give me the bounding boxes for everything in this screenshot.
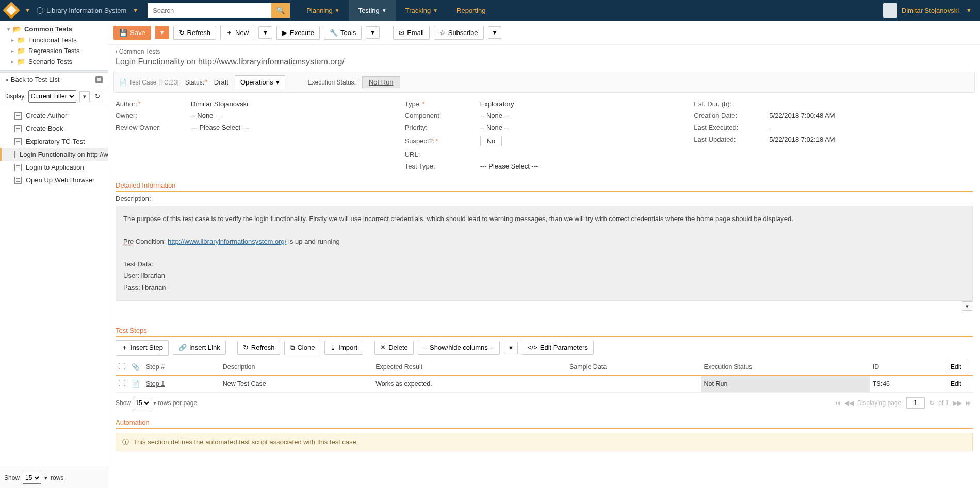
edit-header-button[interactable]: Edit [945,362,967,372]
insert-step-button[interactable]: ＋Insert Step [116,340,169,356]
operations-dropdown[interactable]: Operations ▾ [235,75,285,89]
prop-value[interactable]: Exploratory [480,100,684,108]
testcase-item[interactable]: Open Up Web Browser [0,174,108,187]
delete-button[interactable]: ✕Delete [374,341,414,355]
display-filter-select[interactable]: Current Filter [28,90,76,103]
rows-select[interactable]: 15 [23,472,41,484]
execute-button[interactable]: ▶Execute [276,26,320,40]
col-header[interactable] [116,359,128,376]
precondition-link[interactable]: http://www.libraryinformationsystem.org/ [168,238,286,245]
tools-dropdown[interactable]: ▼ [366,26,380,39]
edit-row-button[interactable]: Edit [945,379,967,389]
import-button[interactable]: ⤓Import [324,341,363,355]
star-icon: ☆ [439,29,446,37]
col-header[interactable]: Step # [143,359,220,376]
prop-value[interactable]: - [769,124,973,131]
clone-button[interactable]: ⧉Clone [284,341,320,355]
search-input[interactable] [148,3,271,18]
testcase-icon: 📄 [119,79,127,86]
mail-icon: ✉ [399,29,404,37]
tree-folder[interactable]: ▸📁Regression Tests [0,45,108,56]
prop-value[interactable]: --- Please Select --- [480,162,684,170]
testcase-item[interactable]: Create Author [0,109,108,122]
subscribe-button[interactable]: ☆Subscribe [434,26,484,40]
testcase-item[interactable]: Exploratory TC-Test [0,135,108,148]
prop-value[interactable]: --- Please Select --- [191,124,395,131]
row-checkbox[interactable] [119,380,125,386]
new-button[interactable]: ＋New [220,25,254,40]
prop-value[interactable]: -- None -- [191,112,395,120]
nav-planning[interactable]: Planning▼ [297,0,349,21]
step-link[interactable]: Step 1 [146,380,165,388]
save-button[interactable]: 💾Save [113,26,151,40]
tools-button[interactable]: 🔧Tools [324,26,362,40]
prop-key: Est. Dur. (h): [694,100,766,108]
logo-dropdown[interactable]: ▼ [25,7,30,13]
testcase-item[interactable]: Login Functionality on http://w [0,148,108,161]
col-header[interactable]: ID [870,359,942,376]
subscribe-dropdown[interactable]: ▼ [488,26,502,39]
product-switcher[interactable]: Library Information System ▼ [37,7,141,14]
import-icon: ⤓ [330,344,336,351]
select-all-checkbox[interactable] [119,363,125,369]
col-header[interactable]: Sample Data [566,359,701,376]
wrench-icon: 🔧 [330,29,338,37]
description-box[interactable]: The purpose of this test case is to veri… [116,206,973,301]
user-menu[interactable]: Dimitar Stojanovski ▼ [883,3,975,18]
status-value[interactable]: Draft [214,78,228,86]
search-button[interactable]: 🔍 [271,3,290,18]
email-button[interactable]: ✉Email [393,26,430,40]
table-row[interactable]: 📄Step 1New Test CaseWorks as expected.No… [116,375,973,392]
prop-value[interactable]: -- None -- [480,124,684,131]
pager-refresh-icon[interactable]: ↻ [929,399,935,407]
show-hide-dropdown[interactable]: ▼ [504,342,518,354]
edit-parameters-button[interactable]: </> Edit Parameters [522,341,594,355]
nav-reporting[interactable]: Reporting [447,0,495,21]
product-name: Library Information System [46,7,126,14]
pager-rows-select[interactable]: 15 [133,397,151,409]
col-header[interactable]: 📎 [128,359,143,376]
prop-key: Priority: [405,124,477,131]
pager-rows-dropdown[interactable]: ▾ [153,399,156,407]
col-header[interactable]: Description [220,359,372,376]
display-dropdown[interactable]: ▾ [79,91,90,102]
show-hide-columns[interactable]: -- Show/hide columns -- [418,341,500,355]
pager-show: Show [116,399,131,407]
nav-testing[interactable]: Testing▼ [349,0,396,21]
prop-value[interactable]: Dimitar Stojanovski [191,100,395,108]
pre-rest: Condition: [134,238,168,245]
sidebar-refresh[interactable]: ↻ [92,91,103,102]
col-header[interactable]: Execution Status [701,359,870,376]
col-header[interactable]: Edit [942,359,973,376]
tree-folder[interactable]: ▸📁Scenario Tests [0,56,108,67]
pager-next-icon[interactable]: ▶▶ [953,399,962,407]
testcase-item[interactable]: Login to Application [0,161,108,174]
pager-current-input[interactable] [906,397,925,409]
new-dropdown[interactable]: ▼ [258,26,272,39]
pager-last-icon[interactable]: ⏭ [966,399,972,407]
expand-icon[interactable]: ▾ [962,301,972,311]
save-dropdown[interactable]: ▼ [155,26,169,39]
col-header[interactable]: Expected Result [372,359,566,376]
tree-folder[interactable]: ▸📁Functional Tests [0,35,108,45]
insert-link-button[interactable]: 🔗Insert Link [173,341,226,355]
rows-dropdown[interactable]: ▾ [44,474,47,481]
breadcrumb[interactable]: / Common Tests [108,45,980,56]
steps-refresh-button[interactable]: ↻Refresh [237,341,281,355]
exec-status-value[interactable]: Not Run [362,76,400,88]
pager-prev-icon[interactable]: ◀◀ [844,399,854,407]
app-logo[interactable] [3,2,20,19]
pager-first-icon[interactable]: ⏮ [834,399,840,407]
prop-value[interactable]: -- None -- [480,112,684,120]
nav-tracking[interactable]: Tracking▼ [396,0,447,21]
back-to-list[interactable]: « Back to Test List [5,76,59,83]
prop-value[interactable]: No [480,136,684,146]
testcase-icon [14,138,22,145]
prop-value[interactable]: 5/22/2018 7:00:48 AM [769,112,973,120]
prop-value[interactable]: 5/22/2018 7:02:18 AM [769,136,973,143]
tree-root[interactable]: ▾ 📂 Common Tests [0,24,108,35]
plus-icon: ＋ [121,343,128,352]
panel-toggle-icon[interactable] [95,76,103,83]
refresh-button[interactable]: ↻Refresh [173,26,217,40]
testcase-item[interactable]: Create Book [0,122,108,135]
